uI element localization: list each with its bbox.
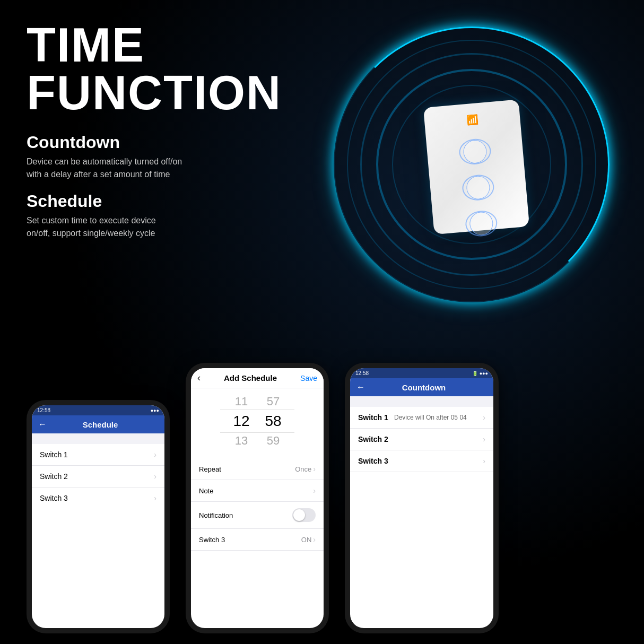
switch1-label: Switch 1	[40, 450, 68, 459]
countdown-item-switch2[interactable]: Switch 2 ›	[350, 429, 493, 450]
phone2-form-section: Repeat Once › Note › Notification	[191, 458, 324, 551]
switch3-label: Switch 3	[40, 494, 68, 502]
time-row-mid: 12 58	[191, 410, 324, 433]
phone2-header: ‹ Add Schedule Save	[191, 368, 324, 388]
notification-label: Notification	[199, 511, 233, 519]
phone1-screen: 12:58 ●●● ← Schedule Switch 1 ›	[32, 405, 164, 628]
countdown-switch1-chevron: ›	[483, 413, 485, 422]
phone3-nav-header: ← Countdown	[350, 378, 493, 396]
repeat-label: Repeat	[199, 465, 221, 473]
title-line1: TIME	[27, 19, 145, 72]
phone1-status-icons: ●●●	[151, 408, 159, 413]
phone3-back-arrow[interactable]: ←	[356, 382, 365, 392]
phone1-nav-title: Schedule	[51, 420, 150, 429]
title-line2: FUNCTION	[27, 66, 282, 119]
countdown-switch1-label: Switch 1	[358, 413, 390, 422]
phones-section: 12:58 ●●● ← Schedule Switch 1 ›	[27, 363, 617, 633]
form-row-switch3[interactable]: Switch 3 ON ›	[191, 529, 324, 551]
phone2-title: Add Schedule	[224, 373, 277, 382]
time-bot-hour: 13	[231, 434, 252, 448]
switch3-chevron: ›	[154, 494, 156, 502]
switch3-form-label: Switch 3	[199, 536, 225, 544]
time-mid-min: 58	[263, 413, 284, 430]
phone3-status-icons: 🔋 ●●●	[472, 371, 488, 376]
feature-countdown: Countdown Device can be automatically tu…	[27, 133, 282, 181]
switch1-chevron: ›	[154, 450, 156, 459]
notification-toggle[interactable]	[292, 508, 316, 522]
phone3-screen: 12:58 🔋 ●●● ← Countdown Switch 1 Device …	[350, 368, 493, 628]
time-row-top: 11 57	[191, 394, 324, 410]
rings-container: 📶	[323, 16, 620, 313]
list-item-switch1[interactable]: Switch 1 ›	[32, 444, 164, 466]
phone3-nav-title: Countdown	[369, 383, 478, 392]
toggle-knob	[293, 509, 305, 521]
time-top-min: 57	[263, 395, 284, 408]
phone2-back[interactable]: ‹	[197, 372, 201, 384]
note-label: Note	[199, 487, 213, 495]
phone3-list-content: Switch 1 Device will On after 05 04 › Sw…	[350, 396, 493, 472]
phone3: 12:58 🔋 ●●● ← Countdown Switch 1 Device …	[345, 363, 499, 633]
phone3-status-bar: 12:58 🔋 ●●●	[350, 368, 493, 378]
wifi-icon: 📶	[466, 114, 478, 126]
note-value: ›	[313, 486, 316, 495]
feature-schedule-title: Schedule	[27, 192, 282, 211]
repeat-chevron: ›	[313, 465, 316, 473]
countdown-switch3-label: Switch 3	[358, 457, 390, 465]
feature-schedule: Schedule Set custom time to execute devi…	[27, 192, 282, 240]
phone3-time: 12:58	[355, 370, 369, 376]
time-row-bot: 13 59	[191, 433, 324, 449]
feature-schedule-desc: Set custom time to execute deviceon/off,…	[27, 214, 228, 240]
hero-section: TIME FUNCTION Countdown Device can be au…	[27, 21, 282, 250]
phone2-screen: ‹ Add Schedule Save 11 57 12 58 13 59	[191, 368, 324, 628]
countdown-switch2-label: Switch 2	[358, 435, 390, 443]
phone1-nav-header: ← Schedule	[32, 415, 164, 433]
form-row-repeat[interactable]: Repeat Once ›	[191, 458, 324, 480]
repeat-val-text: Once	[295, 465, 311, 473]
phone1-back-arrow[interactable]: ←	[38, 420, 47, 429]
switch2-chevron: ›	[154, 472, 156, 481]
phone1-spacer	[32, 433, 164, 444]
phone3-list-section: Switch 1 Device will On after 05 04 › Sw…	[350, 407, 493, 472]
countdown-item-switch3[interactable]: Switch 3 ›	[350, 450, 493, 472]
list-item-switch2[interactable]: Switch 2 ›	[32, 466, 164, 488]
features-section: Countdown Device can be automatically tu…	[27, 133, 282, 240]
device-panel: 📶	[423, 99, 529, 234]
device-area: 📶	[299, 11, 644, 318]
switch2-label: Switch 2	[40, 472, 68, 481]
countdown-switch2-chevron: ›	[483, 435, 485, 443]
switch-btn-2[interactable]	[461, 173, 495, 202]
phone1: 12:58 ●●● ← Schedule Switch 1 ›	[27, 400, 170, 633]
phone1-status-bar: 12:58 ●●●	[32, 405, 164, 415]
switch3-on-text: ON	[301, 536, 312, 544]
switch3-value: ON ›	[301, 535, 316, 544]
phone1-time: 12:58	[37, 407, 50, 413]
countdown-item-switch1[interactable]: Switch 1 Device will On after 05 04 ›	[350, 407, 493, 429]
feature-countdown-title: Countdown	[27, 133, 282, 152]
time-top-hour: 11	[231, 395, 252, 408]
feature-countdown-desc: Device can be automatically turned off/o…	[27, 155, 228, 181]
time-picker[interactable]: 11 57 12 58 13 59	[191, 388, 324, 454]
phone2: ‹ Add Schedule Save 11 57 12 58 13 59	[186, 363, 329, 633]
repeat-value: Once ›	[295, 465, 316, 473]
phone3-spacer	[350, 396, 493, 407]
list-item-switch3[interactable]: Switch 3 ›	[32, 488, 164, 509]
time-bot-min: 59	[263, 434, 284, 448]
switch-btn-1[interactable]	[458, 137, 492, 166]
phone1-list-content: Switch 1 › Switch 2 › Switch 3 ›	[32, 433, 164, 509]
countdown-switch1-desc: Device will On after 05 04	[394, 414, 483, 421]
note-chevron: ›	[313, 486, 316, 495]
switch3-val-chevron: ›	[313, 535, 316, 544]
phone2-save-button[interactable]: Save	[300, 374, 317, 382]
form-row-notification[interactable]: Notification	[191, 502, 324, 529]
time-mid-hour: 12	[231, 413, 252, 430]
phone1-list-section: Switch 1 › Switch 2 › Switch 3 ›	[32, 444, 164, 509]
form-row-note[interactable]: Note ›	[191, 480, 324, 502]
hero-title: TIME FUNCTION	[27, 21, 282, 117]
countdown-switch3-chevron: ›	[483, 457, 485, 465]
